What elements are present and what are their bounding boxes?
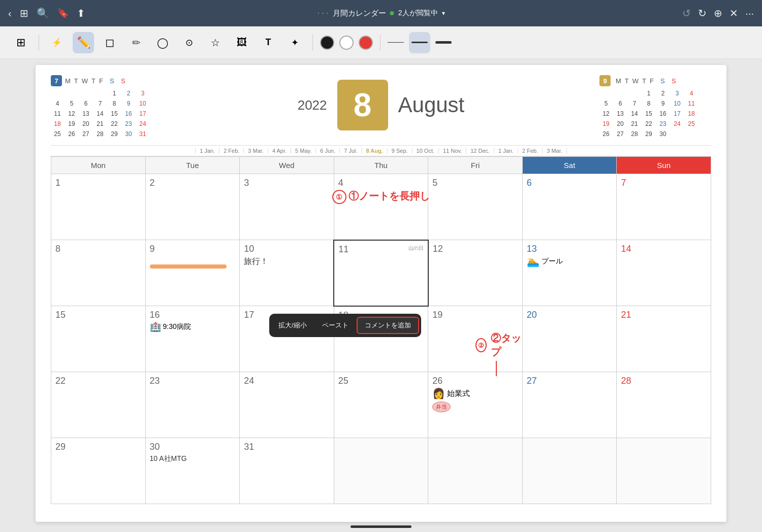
day-number: 25 bbox=[338, 376, 424, 385]
day-25[interactable]: 25 bbox=[334, 372, 428, 438]
sidebar-toggle-btn[interactable]: ⊞ bbox=[10, 32, 31, 53]
mini-cell bbox=[599, 88, 613, 98]
bento-badge: 弁当 bbox=[432, 402, 451, 412]
line-thin-btn[interactable] bbox=[388, 42, 404, 43]
mini-cell: 17 bbox=[671, 109, 684, 119]
ctx-paste-btn[interactable]: ペースト bbox=[315, 318, 356, 333]
day-29[interactable]: 29 bbox=[51, 438, 146, 504]
mini-cell: 10 bbox=[671, 98, 684, 109]
color-white[interactable] bbox=[339, 36, 354, 50]
day-7[interactable]: 7 bbox=[617, 174, 711, 240]
strip-nov[interactable]: 11 Nov. bbox=[439, 148, 466, 154]
day-12[interactable]: 12 bbox=[428, 240, 523, 306]
day-number: 26 bbox=[432, 376, 518, 385]
mini-cell: 11 bbox=[685, 98, 698, 109]
mini-cell: 23 bbox=[122, 119, 135, 129]
day-3[interactable]: 3 bbox=[240, 174, 334, 240]
mini-cell: 26 bbox=[599, 129, 613, 139]
search-icon[interactable]: 🔍 bbox=[37, 7, 49, 19]
redo-icon[interactable]: ↻ bbox=[698, 7, 707, 19]
shape-tool-btn[interactable]: ◯ bbox=[152, 32, 173, 53]
mini-cell: 21 bbox=[628, 119, 641, 129]
strip-feb2[interactable]: 2 Feb. bbox=[518, 148, 543, 154]
july-month-badge[interactable]: 7 bbox=[51, 75, 62, 86]
day-10[interactable]: 10 旅行！ bbox=[240, 240, 334, 306]
mini-cal-row: 18 19 20 21 22 23 24 bbox=[51, 119, 163, 129]
strip-dec[interactable]: 12 Dec. bbox=[466, 148, 494, 154]
pencil-tool-btn[interactable]: ✏ bbox=[125, 32, 147, 53]
day-19[interactable]: 19 ② ②タップ bbox=[428, 306, 523, 372]
day-number: 20 bbox=[527, 310, 613, 319]
day-23[interactable]: 23 bbox=[145, 372, 240, 438]
add-page-icon[interactable]: ⊕ bbox=[714, 7, 722, 19]
day-31[interactable]: 31 bbox=[240, 438, 334, 504]
undo-icon[interactable]: ↺ bbox=[682, 7, 691, 19]
day-28[interactable]: 28 bbox=[617, 372, 711, 438]
star-tool-btn[interactable]: ☆ bbox=[205, 32, 226, 53]
day-20[interactable]: 20 bbox=[522, 306, 617, 372]
back-icon[interactable]: ‹ bbox=[8, 8, 12, 19]
mini-cal-sep-header: 9 M T W T F S S bbox=[599, 75, 711, 86]
day-30[interactable]: 30 10 A社MTG bbox=[145, 438, 240, 504]
month-strip: 1 Jan. 2 Feb. 3 Mar. 4 Apr. 5 May. 6 Jun… bbox=[51, 145, 711, 156]
day-14[interactable]: 14 bbox=[617, 240, 711, 306]
text-tool-btn[interactable]: T bbox=[258, 32, 279, 53]
bookmark-icon[interactable]: 🔖 bbox=[57, 8, 69, 19]
strip-jan2[interactable]: 1 Jan. bbox=[494, 148, 518, 154]
more-icon[interactable]: ··· bbox=[745, 8, 754, 19]
header-mon: Mon bbox=[51, 157, 146, 174]
mini-cell: 18 bbox=[685, 109, 698, 119]
bluetooth-icon[interactable]: ⚡ bbox=[46, 32, 68, 53]
grid-icon[interactable]: ⊞ bbox=[20, 7, 28, 19]
day-number: 2 bbox=[150, 178, 236, 187]
day-1[interactable]: 1 bbox=[51, 174, 146, 240]
strip-jun[interactable]: 6 Jun. bbox=[316, 148, 340, 154]
strip-jan[interactable]: 1 Jan. bbox=[195, 148, 219, 154]
strip-mar[interactable]: 3 Mar. bbox=[244, 148, 268, 154]
line-thick-btn[interactable] bbox=[435, 41, 452, 44]
mini-cell: 29 bbox=[108, 129, 121, 139]
day-24[interactable]: 24 bbox=[240, 372, 334, 438]
ctx-comment-btn[interactable]: コメントを追加 bbox=[357, 317, 419, 334]
annotation-step2: ② ②タップ bbox=[475, 331, 522, 376]
strip-sep[interactable]: 9 Sep. bbox=[388, 148, 412, 154]
day-15[interactable]: 15 bbox=[51, 306, 146, 372]
strip-apr[interactable]: 4 Apr. bbox=[268, 148, 291, 154]
day-22[interactable]: 22 bbox=[51, 372, 146, 438]
effect-tool-btn[interactable]: ✦ bbox=[284, 32, 305, 53]
sep-month-badge[interactable]: 9 bbox=[599, 75, 611, 86]
share-icon[interactable]: ⬆ bbox=[77, 7, 85, 19]
mini-cal-sep-grid: 1 2 3 4 5 6 7 8 9 10 11 12 13 14 bbox=[599, 88, 711, 139]
strip-feb[interactable]: 2 Feb. bbox=[219, 148, 244, 154]
day-4[interactable]: 4 ①①ノートを長押し bbox=[334, 174, 428, 240]
mini-cell: 14 bbox=[628, 109, 641, 119]
day-26[interactable]: 26 👩 始業式 弁当 bbox=[428, 372, 523, 438]
day-6[interactable]: 6 bbox=[522, 174, 617, 240]
mini-cell: 4 bbox=[685, 88, 698, 98]
image-tool-btn[interactable]: 🖼 bbox=[231, 32, 252, 53]
lasso-tool-btn[interactable]: ⊙ bbox=[178, 32, 200, 53]
eraser-tool-btn[interactable]: ◻ bbox=[99, 32, 120, 53]
day-16[interactable]: 16 🏥 9:30病院 bbox=[145, 306, 240, 372]
ctx-zoom-btn[interactable]: 拡大/縮小 bbox=[271, 318, 314, 333]
day-9[interactable]: 9 bbox=[145, 240, 240, 306]
chevron-icon[interactable]: ▾ bbox=[442, 10, 445, 17]
day-5[interactable]: 5 bbox=[428, 174, 523, 240]
day-8[interactable]: 8 bbox=[51, 240, 146, 306]
strip-aug[interactable]: 8 Aug. bbox=[362, 148, 388, 154]
close-icon[interactable]: ✕ bbox=[729, 7, 738, 19]
day-11[interactable]: 11 山の日 bbox=[334, 240, 428, 306]
strip-mar2[interactable]: 3 Mar. bbox=[543, 148, 567, 154]
line-medium-btn[interactable] bbox=[409, 32, 430, 53]
pen-tool-btn[interactable]: ✏️ bbox=[73, 32, 94, 53]
color-black[interactable] bbox=[320, 36, 334, 50]
day-21[interactable]: 21 bbox=[617, 306, 711, 372]
day-2[interactable]: 2 bbox=[145, 174, 240, 240]
day-number: 22 bbox=[55, 376, 141, 385]
strip-may[interactable]: 5 May. bbox=[291, 148, 316, 154]
strip-oct[interactable]: 10 Oct. bbox=[412, 148, 439, 154]
color-red[interactable] bbox=[359, 36, 373, 50]
day-27[interactable]: 27 bbox=[522, 372, 617, 438]
strip-jul[interactable]: 7 Jul. bbox=[340, 148, 362, 154]
day-13[interactable]: 13 🏊 プール bbox=[522, 240, 617, 306]
